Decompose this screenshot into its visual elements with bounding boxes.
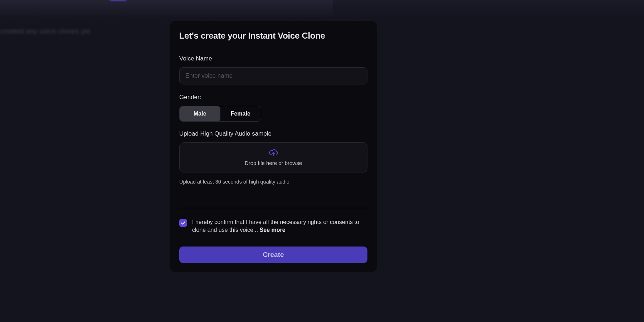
upload-hint: Upload at least 30 seconds of high quali… <box>179 179 367 185</box>
modal-title: Let's create your Instant Voice Clone <box>179 31 367 41</box>
background-blurred-text: created any voice clones yet <box>0 27 90 35</box>
voice-name-label: Voice Name <box>179 55 367 62</box>
divider <box>179 208 367 208</box>
see-more-link[interactable]: See more <box>260 227 286 233</box>
cloud-upload-icon <box>268 149 278 157</box>
gender-female-button[interactable]: Female <box>220 106 261 121</box>
voice-name-input[interactable] <box>179 67 367 84</box>
upload-label: Upload High Quality Audio sample <box>179 130 367 137</box>
gender-toggle-group: Male Female <box>179 106 261 122</box>
background-gradient <box>0 0 333 18</box>
checkmark-icon <box>181 221 185 225</box>
gender-label: Gender: <box>179 94 367 101</box>
consent-row: I hereby confirm that I have all the nec… <box>179 218 367 234</box>
voice-clone-modal: Let's create your Instant Voice Clone Vo… <box>170 21 377 272</box>
create-button[interactable]: Create <box>179 247 367 263</box>
dropzone-text: Drop file here or browse <box>245 160 302 166</box>
background-accent-pill <box>109 0 127 1</box>
gender-male-button[interactable]: Male <box>180 106 220 121</box>
consent-checkbox[interactable] <box>179 219 187 227</box>
consent-text-wrapper: I hereby confirm that I have all the nec… <box>192 218 367 234</box>
audio-dropzone[interactable]: Drop file here or browse <box>179 142 367 172</box>
